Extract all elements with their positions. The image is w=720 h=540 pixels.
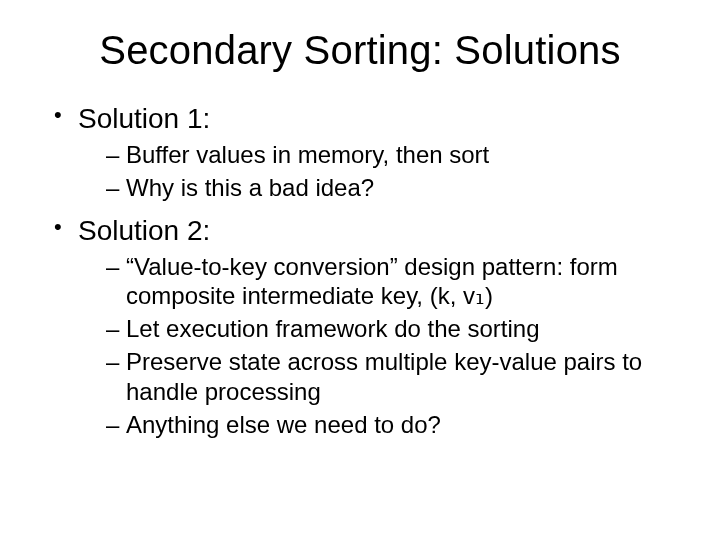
- bullet-list: Solution 1: Buffer values in memory, the…: [40, 101, 680, 439]
- bullet-solution-1: Solution 1: Buffer values in memory, the…: [54, 101, 680, 203]
- sub-bullet: Why is this a bad idea?: [106, 173, 680, 202]
- bullet-label: Solution 2:: [78, 215, 210, 246]
- sub-bullet: “Value-to-key conversion” design pattern…: [106, 252, 680, 311]
- slide-title: Secondary Sorting: Solutions: [40, 28, 680, 73]
- sub-bullet: Anything else we need to do?: [106, 410, 680, 439]
- bullet-solution-2: Solution 2: “Value-to-key conversion” de…: [54, 213, 680, 440]
- bullet-label: Solution 1:: [78, 103, 210, 134]
- slide: Secondary Sorting: Solutions Solution 1:…: [0, 0, 720, 540]
- sub-list: “Value-to-key conversion” design pattern…: [78, 252, 680, 440]
- sub-bullet: Buffer values in memory, then sort: [106, 140, 680, 169]
- sub-bullet: Preserve state across multiple key-value…: [106, 347, 680, 406]
- sub-bullet: Let execution framework do the sorting: [106, 314, 680, 343]
- sub-list: Buffer values in memory, then sort Why i…: [78, 140, 680, 203]
